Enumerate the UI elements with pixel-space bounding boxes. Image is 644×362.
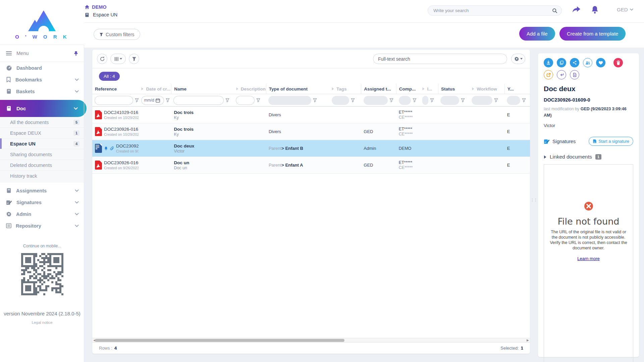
column-header-workflow[interactable]: Workflow — [469, 84, 504, 94]
trailing-cell: E — [504, 107, 530, 123]
doc-subitem-all-the-documents[interactable]: All the documents5 — [0, 117, 84, 128]
scrollbar-thumb[interactable] — [95, 339, 344, 342]
sidebar-item-baskets[interactable]: Baskets — [0, 85, 84, 97]
user-menu[interactable]: GED — [617, 7, 633, 12]
calendar-icon — [156, 98, 160, 103]
pin-icon[interactable] — [74, 51, 78, 56]
filter-funnel-icon[interactable] — [351, 98, 355, 102]
filter-funnel-icon[interactable] — [413, 98, 417, 102]
column-header-assigned-t-[interactable]: Assigned t... — [361, 84, 396, 94]
company-line2: CE***** — [399, 132, 413, 136]
rows-count-value: 4 — [114, 346, 117, 351]
share-forward-icon[interactable] — [572, 5, 581, 14]
company-cell: ET*****CE***** — [396, 123, 420, 140]
column-header-description[interactable]: Description — [233, 84, 266, 94]
filter-funnel-icon[interactable] — [389, 98, 393, 102]
share-button[interactable] — [570, 58, 579, 67]
custom-filters-button[interactable]: Custom filters — [94, 29, 140, 40]
favorite-heart-button[interactable] — [596, 58, 605, 67]
doc-subitem-history-track[interactable]: History track — [0, 171, 84, 181]
chevron-down-icon — [630, 8, 633, 11]
legal-notice-link[interactable]: Legal notice — [0, 320, 84, 324]
delete-trash-button[interactable] — [613, 58, 623, 67]
column-header-name[interactable]: Name — [171, 84, 233, 94]
search-icon[interactable] — [552, 8, 557, 13]
filter-funnel-icon[interactable] — [461, 98, 465, 102]
sidebar-item-doc[interactable]: Doc — [0, 100, 87, 117]
filter-funnel-icon[interactable] — [430, 98, 434, 102]
add-a-file-button[interactable]: Add a file — [519, 27, 555, 41]
sidebar-item-repository[interactable]: Repository — [0, 220, 84, 232]
doc-subitem-espace-deux[interactable]: Espace DEUX1 — [0, 128, 84, 138]
date-filter-input[interactable]: mm/d — [141, 96, 164, 105]
filter-funnel-icon[interactable] — [256, 98, 260, 102]
return-button[interactable] — [557, 70, 566, 79]
assign-users-button[interactable] — [583, 58, 592, 67]
filter-input[interactable] — [173, 96, 224, 105]
empty-cell — [420, 140, 438, 157]
fulltext-search-input[interactable] — [378, 56, 502, 62]
filter-disabled — [472, 96, 492, 105]
doc-subitem-deleted-documents[interactable]: Deleted documents — [0, 160, 84, 171]
assigned-cell: GED — [361, 123, 396, 140]
filter-funnel-icon[interactable] — [225, 98, 229, 102]
filter-funnel-icon[interactable] — [135, 98, 139, 102]
document-file-button[interactable] — [570, 70, 579, 79]
filter-funnel-icon[interactable] — [166, 98, 170, 102]
linked-documents-toggle[interactable]: Linked documents 1 — [544, 154, 633, 160]
scroll-right-arrow[interactable]: ▶ — [527, 339, 529, 342]
filter-input[interactable] — [95, 96, 133, 105]
sidebar-item-bookmarks[interactable]: Bookmarks — [0, 74, 84, 85]
column-header-i-[interactable]: I... — [420, 84, 438, 94]
breadcrumb-root[interactable]: DEMO — [85, 4, 107, 10]
doc-subitem-espace-un[interactable]: Espace UN4 — [0, 138, 84, 149]
detail-title: Doc deux — [544, 85, 633, 93]
filter-funnel-icon[interactable] — [313, 98, 317, 102]
column-header-type-of-document[interactable]: Type of document — [266, 84, 329, 94]
column-header-date-of-cr-[interactable]: Date of cr... — [139, 84, 171, 94]
sidebar-item-assignments[interactable]: Assignments — [0, 185, 84, 196]
learn-more-link[interactable]: Learn more — [577, 256, 599, 261]
sidebar-item-dashboard[interactable]: Dashboard — [0, 62, 84, 74]
company-content: ET*****CE***** — [399, 127, 413, 136]
book-icon — [6, 106, 12, 111]
all-count-badge[interactable]: All : 4 — [99, 72, 120, 81]
table-settings-button[interactable] — [511, 54, 525, 64]
doc-subitem-sharing-documents[interactable]: Sharing documents — [0, 149, 84, 160]
copy-button[interactable] — [557, 58, 566, 67]
sidebar-item-signatures[interactable]: Signatures — [0, 196, 84, 208]
notifications-bell-icon[interactable] — [591, 5, 599, 14]
table-row[interactable]: DOC241029-01627-0Created on 10/29/2024 1… — [92, 107, 530, 123]
menu-toggle[interactable]: Menu — [0, 45, 84, 62]
column-header-reference[interactable]: Reference — [92, 84, 139, 94]
column-header-status[interactable]: Status — [438, 84, 469, 94]
open-external-button[interactable] — [544, 70, 553, 79]
date-cell — [139, 107, 171, 123]
fulltext-search — [373, 54, 507, 64]
create-from-template-button[interactable]: Create from a template — [559, 27, 626, 41]
filter-funnel-icon[interactable] — [522, 98, 526, 102]
horizontal-scrollbar[interactable]: ◀ ▶ — [92, 338, 530, 343]
panel-resize-handle[interactable]: ⋮⋮ — [530, 198, 537, 202]
filter-funnel-icon[interactable] — [494, 98, 498, 102]
column-header-tags[interactable]: Tags — [329, 84, 361, 94]
pdf-file-icon — [95, 161, 102, 170]
start-signature-button[interactable]: Start a signature — [589, 137, 633, 146]
created-date: Created on 10/29/2024 10:24:21 PM — [104, 116, 139, 120]
sidebar-item-admin[interactable]: Admin — [0, 208, 84, 220]
reference-value: DOC230926-01610-3 — [104, 127, 139, 132]
table-row[interactable]: wDOC230926-01609-0Created on 9/26/2023 3… — [92, 140, 530, 157]
documents-table-card: All : 4 ReferenceDate of cr...NameDescri… — [92, 50, 530, 354]
table-row[interactable]: DOC230926-01610-3Created on 10/29/2024 1… — [92, 123, 530, 140]
date-cell — [139, 157, 171, 173]
filters-button[interactable] — [129, 54, 139, 64]
refresh-button[interactable] — [97, 54, 107, 64]
column-header-y-[interactable]: Y... — [504, 84, 530, 94]
column-header-comp-[interactable]: Comp... — [396, 84, 420, 94]
sidebar-item-label: Repository — [16, 223, 41, 229]
global-search-input[interactable] — [433, 8, 552, 13]
columns-button[interactable] — [110, 54, 126, 64]
download-button[interactable] — [544, 58, 553, 67]
table-row[interactable]: DOC230926-01608-0Created on 9/26/2023 3:… — [92, 157, 530, 174]
filter-input[interactable] — [236, 96, 255, 105]
